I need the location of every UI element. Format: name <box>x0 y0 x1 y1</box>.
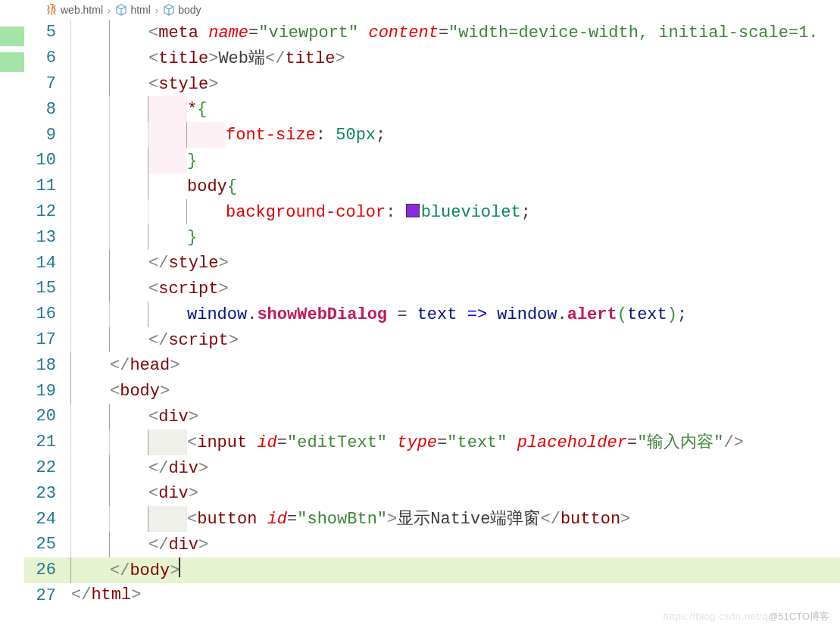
code-line[interactable]: 8*{ <box>24 96 840 122</box>
code-content: <div> <box>71 404 198 430</box>
line-number: 7 <box>24 74 71 93</box>
line-number: 27 <box>24 586 71 605</box>
color-swatch[interactable] <box>406 204 420 217</box>
line-number: 9 <box>24 126 71 145</box>
code-line[interactable]: 25</div> <box>24 532 840 558</box>
code-line[interactable]: 27</html> <box>24 583 840 609</box>
code-content: <title>Web端</title> <box>71 45 345 71</box>
line-number: 23 <box>24 484 71 503</box>
code-content: <body> <box>71 378 170 404</box>
line-number: 17 <box>24 330 71 349</box>
code-content: </head> <box>71 352 180 378</box>
line-number: 24 <box>24 510 71 529</box>
code-line[interactable]: 17</script> <box>24 327 840 353</box>
line-number: 15 <box>24 279 71 298</box>
code-content: *{ <box>71 96 207 122</box>
chevron-right-icon: › <box>154 5 160 16</box>
code-line[interactable]: 16window.showWebDialog = text => window.… <box>24 301 840 327</box>
line-number: 25 <box>24 535 71 554</box>
editor-container: web.html › html › body 5<meta name="view… <box>0 0 840 631</box>
code-line[interactable]: 11body{ <box>24 173 840 199</box>
code-line[interactable]: 13} <box>24 224 840 250</box>
breadcrumb-item-body[interactable]: body <box>163 4 201 16</box>
code-content: } <box>71 224 197 250</box>
line-number: 21 <box>24 433 71 451</box>
code-line[interactable]: 20<div> <box>24 404 840 430</box>
code-line[interactable]: 5<meta name="viewport" content="width=de… <box>24 20 840 45</box>
code-line[interactable]: 21<input id="editText" type="text" place… <box>24 430 840 455</box>
line-number: 16 <box>24 305 71 323</box>
breadcrumb: web.html › html › body <box>0 0 840 20</box>
line-number: 10 <box>24 151 71 170</box>
watermark: https://blog.csdn.net/q@51CTO博客 <box>663 610 829 623</box>
cube-icon <box>115 4 127 16</box>
code-line[interactable]: 7<style> <box>24 71 840 97</box>
code-content: </div> <box>71 455 208 481</box>
breadcrumb-item-html[interactable]: html <box>115 4 150 16</box>
code-line[interactable]: 18</head> <box>24 352 840 378</box>
code-content: <button id="showBtn">显示Native端弹窗</button… <box>71 506 630 532</box>
code-line[interactable]: 24<button id="showBtn">显示Native端弹窗</butt… <box>24 506 840 532</box>
line-number: 5 <box>24 23 71 42</box>
code-content: window.showWebDialog = text => window.al… <box>71 301 687 327</box>
code-line[interactable]: 22</div> <box>24 455 840 481</box>
chevron-right-icon: › <box>106 5 112 16</box>
code-content: <script> <box>71 276 229 301</box>
code-content: <div> <box>71 480 198 506</box>
code-content: </html> <box>71 587 141 604</box>
code-line[interactable]: 10} <box>24 148 840 173</box>
line-number: 6 <box>24 48 71 67</box>
code-line[interactable]: 9font-size: 50px; <box>24 122 840 148</box>
line-number: 8 <box>24 100 71 119</box>
breadcrumb-item-file[interactable]: web.html <box>45 4 103 16</box>
code-editor[interactable]: 5<meta name="viewport" content="width=de… <box>24 20 840 631</box>
line-number: 12 <box>24 202 71 221</box>
code-line[interactable]: 26</body> <box>24 558 840 583</box>
code-content: </style> <box>71 250 229 276</box>
line-number: 20 <box>24 407 71 426</box>
code-content: body{ <box>71 173 237 199</box>
code-content: <input id="editText" type="text" placeho… <box>71 430 744 455</box>
code-line[interactable]: 14</style> <box>24 250 840 276</box>
code-line[interactable]: 15<script> <box>24 276 840 301</box>
code-content: <style> <box>71 71 218 97</box>
text-cursor <box>179 558 180 577</box>
line-number: 14 <box>24 254 71 273</box>
code-content: } <box>71 148 197 173</box>
line-number: 18 <box>24 356 71 375</box>
code-line[interactable]: 19<body> <box>24 378 840 404</box>
code-content: font-size: 50px; <box>71 122 386 148</box>
cube-icon <box>163 4 175 16</box>
code-line[interactable]: 12background-color: blueviolet; <box>24 199 840 225</box>
line-number: 19 <box>24 382 71 401</box>
line-number: 26 <box>24 561 71 579</box>
code-line[interactable]: 6<title>Web端</title> <box>24 45 840 71</box>
code-content: <meta name="viewport" content="width=dev… <box>71 20 819 45</box>
code-content: background-color: blueviolet; <box>71 199 531 225</box>
code-content: </body> <box>71 558 180 583</box>
code-content: </div> <box>71 532 208 558</box>
line-number: 22 <box>24 458 71 477</box>
gutter-change-strip <box>0 20 24 631</box>
html-file-icon <box>45 4 58 16</box>
code-content: </script> <box>71 327 239 353</box>
breadcrumb-label: web.html <box>61 4 103 16</box>
breadcrumb-label: body <box>178 4 201 16</box>
breadcrumb-label: html <box>130 4 150 16</box>
code-line[interactable]: 23<div> <box>24 480 840 506</box>
line-number: 11 <box>24 176 71 195</box>
line-number: 13 <box>24 228 71 247</box>
